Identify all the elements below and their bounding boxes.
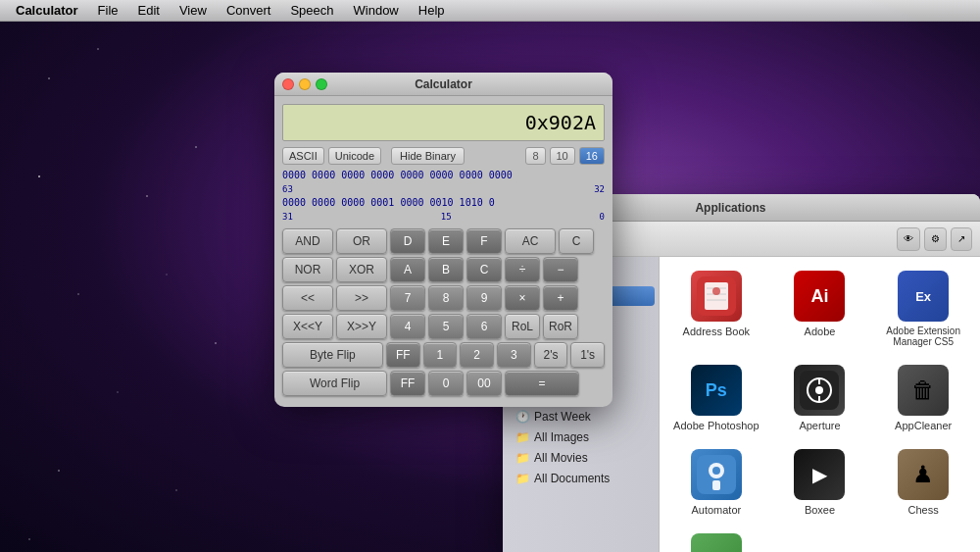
menu-speech[interactable]: Speech — [282, 1, 341, 20]
lshift-button[interactable]: << — [282, 285, 333, 311]
button-row-4: X<<Y X>>Y 4 5 6 RoL RoR — [282, 314, 605, 339]
menu-calculator[interactable]: Calculator — [8, 1, 86, 20]
app-appcleaner[interactable]: 🗑 AppCleaner — [876, 361, 970, 435]
binary-display: 0000 0000 0000 0000 0000 0000 0000 0000 … — [274, 167, 612, 225]
app-coda[interactable]: ◎ Coda — [669, 529, 763, 552]
f-button[interactable]: F — [466, 228, 502, 254]
finder-gear-button[interactable]: ⚙ — [924, 227, 947, 251]
app-adobe[interactable]: Ai Adobe — [773, 267, 867, 351]
alldocuments-icon: 📁 — [514, 471, 530, 486]
00-button[interactable]: 00 — [466, 371, 502, 396]
a-button[interactable]: A — [390, 257, 425, 282]
6-button[interactable]: 6 — [466, 314, 502, 339]
sidebar-item-alldocuments[interactable]: 📁 All Documents — [507, 469, 655, 488]
minimize-button[interactable] — [299, 78, 311, 90]
base10-button[interactable]: 10 — [550, 147, 575, 165]
base8-button[interactable]: 8 — [525, 147, 545, 165]
traffic-lights — [282, 78, 327, 90]
menu-window[interactable]: Window — [346, 1, 407, 20]
ac-button[interactable]: AC — [505, 228, 556, 254]
ascii-button[interactable]: ASCII — [282, 147, 324, 165]
app-addressbook[interactable]: Address Book — [669, 267, 763, 351]
sidebar-item-allmovies[interactable]: 📁 All Movies — [507, 448, 655, 468]
menu-convert[interactable]: Convert — [219, 1, 279, 20]
unicode-button[interactable]: Unicode — [328, 147, 381, 165]
4-button[interactable]: 4 — [390, 314, 425, 339]
ff2-button[interactable]: FF — [390, 371, 425, 396]
photoshop-label: Adobe Photoshop — [673, 420, 759, 431]
app-chess[interactable]: ♟ Chess — [876, 445, 970, 520]
pastweek-icon: 🕐 — [514, 409, 530, 425]
app-aperture[interactable]: Aperture — [773, 361, 867, 435]
base16-button[interactable]: 16 — [579, 147, 605, 165]
appcleaner-icon: 🗑 — [898, 365, 949, 416]
rol-button[interactable]: RoL — [505, 314, 540, 339]
binary-row-1: 0000 0000 0000 0000 0000 0000 0000 0000 — [282, 169, 605, 182]
nor-button[interactable]: NOR — [282, 257, 333, 282]
twos-button[interactable]: 2's — [534, 342, 568, 368]
3-button[interactable]: 3 — [497, 342, 531, 368]
or-button[interactable]: OR — [336, 228, 387, 254]
finder-main: Address Book Ai Adobe Ex Adobe Extension… — [660, 257, 980, 552]
c-hex-button[interactable]: C — [466, 257, 502, 282]
ror-button[interactable]: RoR — [543, 314, 578, 339]
binary-positions-2: 31 15 0 — [282, 210, 605, 224]
finder-share-button[interactable]: ↗ — [951, 227, 972, 251]
xor-button[interactable]: XOR — [336, 257, 387, 282]
sidebar-item-pastweek[interactable]: 🕐 Past Week — [507, 407, 655, 427]
menu-file[interactable]: File — [90, 1, 126, 20]
calculator-titlebar: Calculator — [274, 73, 612, 96]
app-photoshop[interactable]: Ps Adobe Photoshop — [669, 361, 763, 435]
photoshop-icon: Ps — [691, 365, 742, 416]
svg-rect-14 — [712, 480, 720, 490]
1-button[interactable]: 1 — [423, 342, 458, 368]
byteflip-button[interactable]: Byte Flip — [282, 342, 383, 368]
9-button[interactable]: 9 — [466, 285, 502, 311]
app-boxee[interactable]: ▶ Boxee — [773, 445, 867, 520]
d-button[interactable]: D — [390, 228, 425, 254]
and-button[interactable]: AND — [282, 228, 333, 254]
sidebar-label-pastweek: Past Week — [534, 410, 591, 424]
rshift-button[interactable]: >> — [336, 285, 387, 311]
menu-help[interactable]: Help — [411, 1, 453, 20]
svg-point-8 — [815, 386, 823, 394]
finder-eye-button[interactable]: 👁 — [897, 227, 920, 251]
hide-binary-button[interactable]: Hide Binary — [391, 147, 465, 165]
button-row-5: Byte Flip FF 1 2 3 2's 1's — [282, 342, 605, 368]
binary-positions-1: 63 32 — [282, 182, 605, 196]
c-button[interactable]: C — [559, 228, 594, 254]
app-automator[interactable]: Automator — [669, 445, 763, 520]
e-button[interactable]: E — [428, 228, 464, 254]
2-button[interactable]: 2 — [460, 342, 494, 368]
plus-button[interactable]: + — [543, 285, 578, 311]
wordflip-button[interactable]: Word Flip — [282, 371, 387, 396]
calculator-window: Calculator 0x902A ASCII Unicode Hide Bin… — [274, 73, 612, 407]
5-button[interactable]: 5 — [428, 314, 464, 339]
b-hex-button[interactable]: B — [428, 257, 464, 282]
automator-icon — [691, 449, 742, 500]
ff-button[interactable]: FF — [386, 342, 420, 368]
chess-label: Chess — [908, 504, 939, 516]
boxee-label: Boxee — [805, 504, 835, 516]
desktop: Calculator File Edit View Convert Speech… — [0, 0, 980, 552]
button-row-6: Word Flip FF 0 00 = — [282, 371, 605, 396]
menu-edit[interactable]: Edit — [130, 1, 168, 20]
minus-button[interactable]: − — [543, 257, 578, 282]
ones-button[interactable]: 1's — [570, 342, 605, 368]
xlshift-button[interactable]: X<<Y — [282, 314, 333, 339]
7-button[interactable]: 7 — [390, 285, 425, 311]
sidebar-item-allimages[interactable]: 📁 All Images — [507, 427, 655, 447]
multiply-button[interactable]: × — [505, 285, 540, 311]
equals-button[interactable]: = — [505, 371, 579, 396]
close-button[interactable] — [282, 78, 294, 90]
menu-view[interactable]: View — [172, 1, 215, 20]
0-button[interactable]: 0 — [428, 371, 464, 396]
button-row-1: AND OR D E F AC C — [282, 228, 605, 254]
app-adobeext[interactable]: Ex Adobe Extension Manager CS5 — [876, 267, 970, 351]
divide-button[interactable]: ÷ — [505, 257, 540, 282]
addressbook-icon — [691, 271, 742, 322]
boxee-icon: ▶ — [794, 449, 845, 500]
xrshift-button[interactable]: X>>Y — [336, 314, 387, 339]
8-button[interactable]: 8 — [428, 285, 464, 311]
maximize-button[interactable] — [316, 78, 327, 90]
